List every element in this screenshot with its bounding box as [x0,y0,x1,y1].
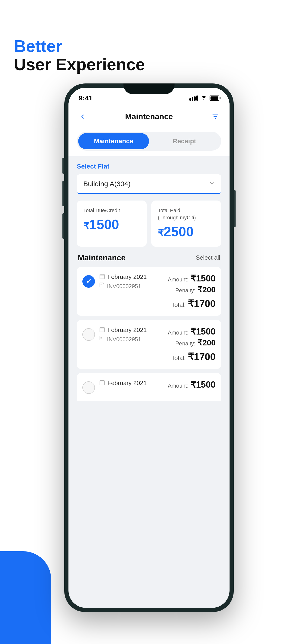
item-inv-row-2: INV00002951 [99,336,164,343]
hero-subtitle-text: User Experience [14,56,145,74]
tab-maintenance[interactable]: Maintenance [78,133,149,149]
side-button-power [234,190,235,227]
select-flat-label: Select Flat [77,163,221,170]
wifi-icon [201,95,207,101]
item-date-row-3: February 2021 [99,380,164,387]
hero-better-text: Better [14,37,145,56]
maintenance-header: Maintenance Select all [77,253,221,262]
svg-rect-1 [100,283,103,287]
item-date-2: February 2021 [107,326,147,334]
amount-value-3: ₹1500 [190,380,216,390]
svg-rect-4 [100,380,104,385]
phone-screen: 9:41 [69,88,229,608]
amount-label-2: Amount: [168,330,188,336]
amount-row-1: Amount: ₹1500 [168,273,216,284]
side-button-vol-up [63,181,64,206]
penalty-label-1: Penalty: [175,287,196,294]
total-value-1: ₹1700 [188,298,216,309]
signal-icon [189,96,198,100]
calendar-icon-2 [99,326,105,334]
item-info-2: February 2021 INV00002951 [99,326,164,343]
item-date-1: February 2021 [107,273,147,280]
side-button-vol-down [63,213,64,239]
due-amount-value: 1500 [89,217,119,232]
due-credit-amount: ₹1500 [83,216,140,232]
amount-row-3: Amount: ₹1500 [168,380,216,390]
item-info-3: February 2021 [99,380,164,389]
due-credit-label: Total Due/Credit [83,207,140,214]
phone-notch [123,84,175,94]
select-all-button[interactable]: Select all [196,254,220,261]
total-label-2: Total: [171,354,186,362]
paid-amount-value: 2500 [164,224,194,239]
filter-button[interactable] [210,111,221,122]
calendar-icon [99,273,105,281]
total-value-2: ₹1700 [188,351,216,362]
maintenance-item-2: February 2021 INV00002951 [77,320,221,369]
phone-frame: 9:41 [64,84,234,612]
flat-dropdown-value: Building A(304) [83,180,130,188]
document-icon-2 [99,336,105,343]
status-time: 9:41 [79,94,93,102]
status-icons [189,95,219,101]
app-header: Maintenance [69,106,229,127]
summary-cards: Total Due/Credit ₹1500 Total Paid (Throu… [77,200,221,247]
document-icon [99,282,105,290]
total-row-1: Total: ₹1700 [168,296,216,309]
maintenance-section: Maintenance Select all ✓ [77,253,221,401]
back-button[interactable] [77,111,88,122]
svg-rect-2 [100,327,104,332]
maintenance-item: ✓ February 2021 [77,267,221,316]
battery-icon [210,96,219,100]
svg-rect-3 [100,336,103,340]
tab-switcher: Maintenance Receipt [69,127,229,156]
amount-label-3: Amount: [168,382,188,389]
item-checkbox-3[interactable] [82,381,95,394]
header-title: Maintenance [125,112,173,121]
maintenance-item-3: February 2021 Amount: ₹1500 [77,373,221,401]
tab-receipt[interactable]: Receipt [149,133,220,149]
calendar-icon-3 [99,380,105,387]
item-date-3: February 2021 [107,380,147,387]
flat-dropdown[interactable]: Building A(304) [77,174,221,194]
item-inv-row-1: INV00002951 [99,282,164,290]
item-amounts-1: Amount: ₹1500 Penalty: ₹200 Total: ₹1700 [168,273,216,309]
rupee-symbol-due: ₹ [83,221,89,231]
amount-value-2: ₹1500 [190,326,216,336]
amount-row-2: Amount: ₹1500 [168,326,216,336]
amount-value-1: ₹1500 [190,273,216,284]
maintenance-section-title: Maintenance [78,253,126,262]
due-credit-card: Total Due/Credit ₹1500 [77,200,147,247]
item-info-1: February 2021 INV00 [99,273,164,290]
total-paid-card: Total Paid (Through myCiti) ₹2500 [151,200,221,247]
app-content: Select Flat Building A(304) Total Due/Cr… [69,156,229,412]
tab-pill-container: Maintenance Receipt [77,132,221,151]
item-invoice-2: INV00002951 [107,336,141,343]
penalty-value-2: ₹200 [197,338,216,347]
chevron-down-icon [209,180,215,188]
total-paid-amount: ₹2500 [158,224,215,239]
total-label-1: Total: [171,301,186,308]
item-amounts-3: Amount: ₹1500 [168,380,216,391]
item-checkbox-2[interactable] [82,328,95,341]
checkmark-icon: ✓ [86,278,91,285]
svg-rect-0 [100,274,104,279]
amount-label-1: Amount: [168,276,188,283]
item-date-row-2: February 2021 [99,326,164,334]
item-invoice-1: INV00002951 [107,283,141,290]
item-date-row-1: February 2021 [99,273,164,281]
phone-container: 9:41 [64,84,234,612]
blue-decoration [0,551,51,644]
penalty-value-1: ₹200 [197,285,216,294]
rupee-symbol-paid: ₹ [158,228,164,238]
hero-section: Better User Experience [14,37,145,74]
item-checkbox-1[interactable]: ✓ [82,275,95,288]
penalty-row-2: Penalty: ₹200 [168,338,216,347]
side-button-mute [63,158,64,174]
total-paid-label: Total Paid (Through myCiti) [158,207,215,222]
item-amounts-2: Amount: ₹1500 Penalty: ₹200 Total: ₹1700 [168,326,216,362]
total-row-2: Total: ₹1700 [168,350,216,362]
penalty-row-1: Penalty: ₹200 [168,285,216,294]
penalty-label-2: Penalty: [175,340,196,347]
